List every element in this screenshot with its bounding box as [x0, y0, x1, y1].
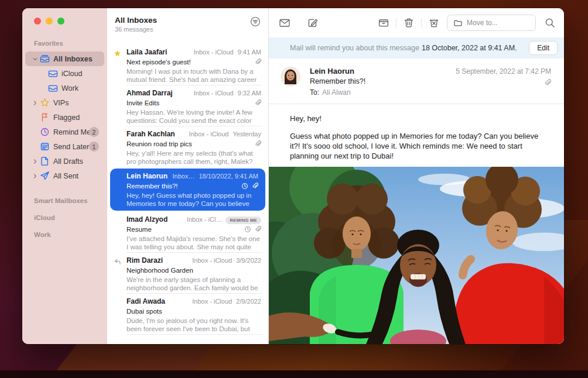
email-time: 9:32 AM: [238, 90, 261, 97]
sidebar-item-all-inboxes[interactable]: All Inboxes: [25, 51, 104, 66]
move-to-dropdown[interactable]: Move to...: [447, 15, 536, 31]
sidebar-item-label: Flagged: [53, 114, 80, 122]
mailbox-label: Inbox - iCloud: [194, 49, 234, 56]
sender-name: Lein Haorun: [127, 172, 167, 180]
email-time: 18/10/2022, 9:41 AM: [199, 173, 258, 180]
window-controls: [22, 18, 107, 25]
paperclip-icon: [254, 59, 261, 66]
junk-icon[interactable]: [428, 17, 440, 29]
email-row-ahmad[interactable]: Ahmad DarrajInbox - iCloud9:32 AM Invite…: [107, 85, 268, 126]
email-time: 2/9/2022: [236, 298, 261, 305]
sidebar-item-label: Send Later: [53, 143, 89, 151]
folder-icon: [453, 18, 463, 28]
sender-name: Laila Jaafari: [127, 48, 167, 56]
message-header: Lein Haorun Remember this?! To:Ali Alwan…: [269, 59, 564, 104]
send-later-count-badge: 1: [89, 142, 99, 152]
close-button[interactable]: [34, 18, 41, 25]
message-date: 5 September, 2022 at 7:42 PM: [456, 67, 551, 75]
email-time: 9:41 AM: [238, 49, 261, 56]
paperclip-icon: [254, 140, 261, 147]
sender-name: Fadi Awada: [127, 297, 165, 305]
email-row-rim[interactable]: Rim DaraziInbox - iCloud3/9/2022 Neighbo…: [107, 253, 268, 294]
attached-photo[interactable]: [269, 167, 564, 344]
reminder-clock-icon: [241, 183, 248, 190]
sidebar-item-send-later[interactable]: Send Later 1: [25, 139, 104, 154]
email-row-fadi[interactable]: Fadi AwadaInbox - iCloud2/9/2022 Dubai s…: [107, 294, 268, 335]
move-to-label: Move to...: [467, 19, 498, 27]
reminder-clock-icon: [244, 226, 251, 233]
reminder-banner: Mail will remind you about this message …: [269, 37, 564, 59]
paperplane-icon: [40, 171, 50, 181]
paperclip-icon: [543, 79, 551, 87]
mailbox-title: All Inboxes: [115, 16, 260, 25]
zoom-button[interactable]: [57, 18, 64, 25]
email-row-farah[interactable]: Farah KachlanInbox - iCloudYesterday Reu…: [107, 126, 268, 167]
toolbar: Move to...: [269, 8, 564, 37]
email-rows: Laila JaafariInbox - iCloud9:41 AM Next …: [107, 44, 268, 344]
edit-reminder-button[interactable]: Edit: [529, 41, 558, 55]
sidebar-item-all-drafts[interactable]: All Drafts: [25, 154, 104, 169]
sidebar-item-label: All Inboxes: [53, 55, 93, 63]
message-list-header: All Inboxes 36 messages: [107, 8, 268, 44]
email-row-partial[interactable]: [107, 335, 268, 343]
archive-icon[interactable]: [378, 17, 389, 29]
sidebar-item-all-sent[interactable]: All Sent: [25, 169, 104, 183]
icloud-section-label[interactable]: iCloud: [34, 214, 107, 221]
email-subject: Next episode's guest!: [127, 59, 191, 66]
email-row-imad[interactable]: Imad AlzyodInbox - iCl…REMIND ME Resume …: [107, 212, 268, 253]
star-flag-icon: [114, 50, 121, 57]
compose-icon[interactable]: [307, 17, 319, 29]
sidebar-item-icloud-inbox[interactable]: iCloud: [25, 66, 104, 81]
mailbox-label: Inbox - iCl…: [187, 216, 223, 223]
email-preview: Morning! I was put in touch with Dana by…: [127, 67, 261, 84]
mail-window: Favorites All Inboxes iCloud Work VIPs F…: [22, 8, 564, 344]
message-body: Hey, hey! Guess what photo popped up in …: [269, 104, 564, 167]
sidebar-item-work-inbox[interactable]: Work: [25, 81, 104, 95]
message-detail-pane: Move to... Mail will remind you about th…: [269, 8, 564, 344]
chevron-down-icon: [32, 56, 39, 63]
inbox-icon: [48, 68, 58, 78]
search-icon[interactable]: [544, 17, 556, 29]
sender-name: Imad Alzyod: [127, 215, 167, 224]
trash-icon[interactable]: [403, 17, 415, 29]
document-icon: [40, 156, 50, 166]
email-subject: Invite Edits: [127, 99, 159, 106]
replied-arrow-icon: [114, 258, 121, 266]
minimize-button[interactable]: [46, 18, 53, 25]
star-icon: [40, 98, 50, 108]
email-time: 3/9/2022: [236, 257, 261, 264]
sender-name: Farah Kachlan: [127, 130, 175, 138]
mailbox-label: Inbox - iCloud: [192, 257, 232, 264]
paperclip-icon: [254, 99, 261, 106]
sidebar: Favorites All Inboxes iCloud Work VIPs F…: [22, 8, 107, 344]
reminder-banner-date: 18 October, 2022 at 9:41 AM.: [422, 44, 517, 52]
paperclip-icon: [254, 226, 261, 233]
body-paragraph: Hey, hey!: [290, 114, 541, 123]
calendar-icon: [40, 142, 50, 152]
sender-name: Rim Darazi: [127, 256, 163, 264]
message-count: 36 messages: [115, 26, 260, 33]
email-preview: Hey Hassan. We're loving the invite! A f…: [127, 108, 261, 125]
recipient-name[interactable]: Ali Alwan: [322, 88, 351, 97]
email-preview: Hey, hey! Guess what photo popped up in …: [127, 191, 258, 208]
favorites-section-label: Favorites: [34, 40, 107, 47]
sidebar-item-vips[interactable]: VIPs: [25, 95, 104, 110]
message-header-right: 5 September, 2022 at 7:42 PM: [456, 67, 551, 89]
sidebar-item-label: All Drafts: [53, 157, 83, 166]
reminder-banner-text: Mail will remind you about this message: [290, 44, 419, 52]
email-preview: Hey, y'all! Here are my selects (that's …: [127, 149, 261, 166]
sidebar-item-flagged[interactable]: Flagged: [25, 110, 104, 125]
chevron-right-icon: [32, 158, 39, 165]
email-row-laila[interactable]: Laila JaafariInbox - iCloud9:41 AM Next …: [107, 44, 268, 85]
avatar[interactable]: [281, 67, 300, 87]
work-section-label[interactable]: Work: [34, 231, 107, 238]
sidebar-item-remind-me[interactable]: Remind Me 2: [25, 125, 104, 139]
message-recipient-line: To:Ali Alwan: [310, 88, 551, 98]
filter-icon[interactable]: [250, 16, 261, 27]
body-paragraph: Guess what photo popped up in Memories f…: [290, 131, 541, 161]
email-preview: We're in the early stages of planning a …: [127, 276, 261, 292]
chevron-right-icon: [32, 99, 39, 106]
email-row-lein-selected[interactable]: Lein HaorunInbox…18/10/2022, 9:41 AM Rem…: [110, 169, 265, 211]
unread-envelope-icon[interactable]: [279, 17, 290, 29]
mailbox-label: Inbox - iCloud: [194, 90, 234, 97]
